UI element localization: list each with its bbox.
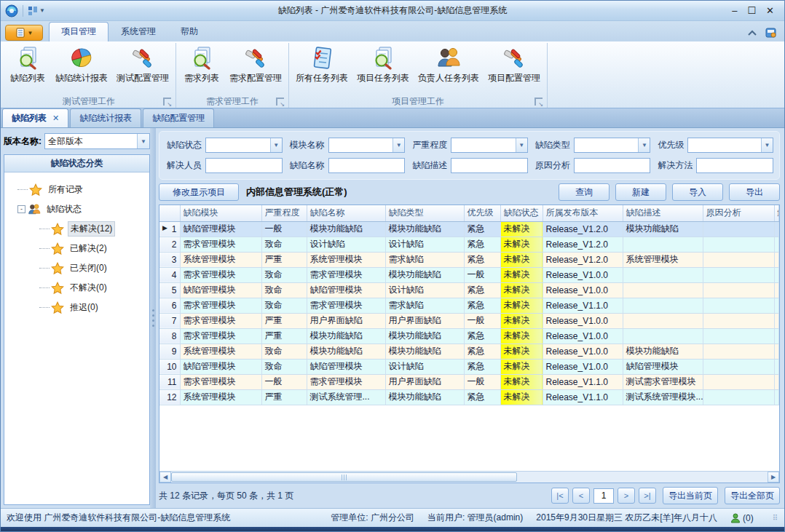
filter-input-缺陷描述[interactable] (451, 158, 528, 173)
grid-cell[interactable]: 严重 (261, 389, 307, 405)
help-icon[interactable] (765, 27, 777, 39)
table-row[interactable]: 7需求管理模块严重用户界面缺陷用户界面缺陷一般未解决Release_V1.0.0 (159, 313, 779, 328)
filter-value[interactable] (575, 159, 650, 172)
chevron-down-icon[interactable]: ▼ (638, 138, 650, 152)
grid-cell[interactable] (774, 282, 779, 298)
filter-value[interactable] (575, 138, 639, 152)
grid-cell[interactable]: 未解决 (500, 298, 543, 313)
grid-cell[interactable]: 模块功能缺陷 (385, 344, 464, 359)
grid-cell[interactable] (774, 374, 779, 389)
chevron-down-icon[interactable]: ▼ (270, 138, 282, 152)
tree-item-缺陷状态[interactable]: -缺陷状态 (7, 199, 146, 219)
dialog-launcher-icon[interactable] (534, 98, 543, 106)
grid-cell[interactable] (703, 313, 774, 328)
grid-cell[interactable]: 致命 (261, 267, 307, 282)
grid-cell[interactable]: 测试系统管理... (307, 389, 385, 405)
grid-cell[interactable] (703, 328, 774, 344)
grid-cell[interactable]: Release_V1.2.0 (543, 221, 623, 237)
filter-input-原因分析[interactable] (574, 158, 651, 173)
grid-cell[interactable]: Release_V1.0.0 (543, 359, 623, 374)
grid-cell[interactable]: 需求管理模块 (180, 298, 261, 313)
grid-cell[interactable]: 需求管理模块 (307, 298, 385, 313)
table-row[interactable]: 12系统管理模块严重测试系统管理...模块功能缺陷紧急未解决Release_V1… (159, 389, 779, 405)
grid-cell[interactable]: 缺陷管理模块 (623, 359, 703, 374)
doc-tab-缺陷列表[interactable]: 缺陷列表✕ (2, 108, 68, 127)
grid-cell[interactable] (703, 237, 774, 252)
grid-cell[interactable]: 需求管理模块 (180, 237, 261, 252)
ribbon-tab-帮助[interactable]: 帮助 (168, 22, 210, 41)
grid-cell[interactable]: 紧急 (464, 252, 500, 267)
grid-cell[interactable]: Release_V1.2.0 (543, 237, 623, 252)
grid-cell[interactable]: 需求管理模块 (307, 374, 385, 389)
column-header-解决方法[interactable]: 解决方法 (774, 205, 779, 221)
grid-cell[interactable]: 紧急 (464, 344, 500, 359)
grid-cell[interactable]: 紧急 (464, 389, 500, 405)
doc-tab-缺陷统计报表[interactable]: 缺陷统计报表 (70, 108, 141, 127)
filter-combobox-缺陷类型[interactable]: ▼ (574, 138, 651, 153)
grid-cell[interactable] (774, 344, 779, 359)
grid-cell[interactable] (623, 313, 703, 328)
ribbon-button-项目任务列表[interactable]: 项目任务列表 (353, 44, 413, 86)
grid-cell[interactable]: Release_V1.2.0 (543, 252, 623, 267)
grid-cell[interactable]: 致命 (261, 359, 307, 374)
online-users-badge[interactable]: (0) (730, 513, 754, 523)
grid-cell[interactable]: 测试需求管理模块 (623, 374, 703, 389)
column-header-所属发布版本[interactable]: 所属发布版本 (543, 205, 623, 221)
grid-cell[interactable]: 未解决 (500, 344, 543, 359)
tree-item-已解决(2)[interactable]: 已解决(2) (7, 239, 146, 258)
column-header-缺陷描述[interactable]: 缺陷描述 (623, 205, 703, 221)
grid-cell[interactable]: 紧急 (464, 237, 500, 252)
filter-input-缺陷名称[interactable] (328, 158, 406, 173)
grid-cell[interactable]: 紧急 (464, 359, 500, 374)
filter-combobox-模块名称[interactable]: ▼ (328, 138, 406, 153)
grid-cell[interactable]: 未解决 (500, 389, 543, 405)
grid-cell[interactable]: 缺陷管理模块 (180, 359, 261, 374)
tree-item-已关闭(0)[interactable]: 已关闭(0) (7, 258, 146, 278)
ribbon-button-需求配置管理[interactable]: 需求配置管理 (226, 44, 285, 86)
first-page-button[interactable]: |< (551, 488, 569, 504)
filter-value[interactable] (688, 138, 761, 152)
grid-cell[interactable]: Release_V1.0.0 (543, 313, 623, 328)
grid-cell[interactable] (703, 389, 774, 405)
filter-value[interactable] (697, 159, 773, 172)
version-combobox[interactable]: 全部版本 ▼ (44, 133, 150, 149)
filter-input-解决人员[interactable] (205, 158, 283, 173)
grid-cell[interactable] (703, 344, 774, 359)
minimize-button[interactable]: – (732, 6, 737, 15)
grid-cell[interactable] (774, 359, 779, 374)
dialog-launcher-icon[interactable] (163, 98, 171, 106)
tree-item-不解决(0)[interactable]: 不解决(0) (7, 278, 146, 298)
column-header-缺陷状态[interactable]: 缺陷状态 (500, 205, 543, 221)
row-indicator-header[interactable] (159, 205, 180, 221)
grid-cell[interactable]: 致命 (261, 298, 307, 313)
table-row[interactable]: 8需求管理模块严重模块功能缺陷模块功能缺陷紧急未解决Release_V1.0.0 (159, 328, 779, 344)
dialog-launcher-icon[interactable] (276, 98, 284, 106)
table-row[interactable]: 10缺陷管理模块致命缺陷管理模块设计缺陷紧急未解决Release_V1.0.0缺… (159, 359, 779, 374)
grid-cell[interactable]: Release_V1.0.0 (543, 328, 623, 344)
scrollbar-thumb[interactable] (171, 472, 517, 482)
filter-combobox-严重程度[interactable]: ▼ (451, 138, 528, 153)
grid-cell[interactable] (774, 237, 779, 252)
grid-cell[interactable]: 需求管理模块 (307, 267, 385, 282)
grid-cell[interactable]: 紧急 (464, 282, 500, 298)
grid-cell[interactable]: 需求管理模块 (180, 267, 261, 282)
grid-cell[interactable]: 紧急 (464, 328, 500, 344)
table-row[interactable]: 4需求管理模块致命需求管理模块模块功能缺陷一般未解决Release_V1.0.0 (159, 267, 779, 282)
grid-cell[interactable]: 模块功能缺陷 (623, 221, 703, 237)
grid-cell[interactable]: Release_V1.1.0 (543, 374, 623, 389)
grid-cell[interactable]: 设计缺陷 (385, 237, 464, 252)
grid-cell[interactable]: 严重 (261, 252, 307, 267)
grid-cell[interactable]: 模块功能缺陷 (385, 328, 464, 344)
grid-cell[interactable]: 需求管理模块 (180, 328, 261, 344)
grid-cell[interactable]: 设计缺陷 (385, 282, 464, 298)
grid-cell[interactable]: 缺陷管理模块 (307, 282, 385, 298)
ribbon-button-所有任务列表[interactable]: 所有任务列表 (292, 44, 352, 86)
grid-cell[interactable]: 致命 (261, 237, 307, 252)
grid-cell[interactable] (774, 389, 779, 405)
grid-cell[interactable]: 模块功能缺陷 (307, 221, 385, 237)
table-row[interactable]: 6需求管理模块致命需求管理模块需求缺陷紧急未解决Release_V1.1.0 (159, 298, 779, 313)
grid-cell[interactable]: 紧急 (464, 221, 500, 237)
grid-cell[interactable]: 系统管理模块 (180, 389, 261, 405)
grid-cell[interactable]: 模块功能缺陷 (307, 344, 385, 359)
grid-cell[interactable]: 未解决 (500, 282, 543, 298)
